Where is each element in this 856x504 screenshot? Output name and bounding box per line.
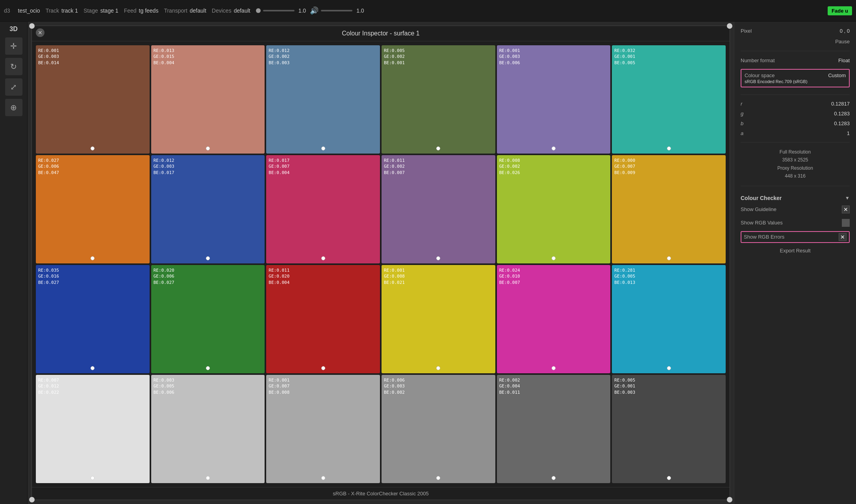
color-cell-19[interactable]: RE:0.003 GE:0.005 BE:0.006: [151, 375, 265, 483]
topbar: d3 test_ocio Track track 1 Stage stage 1…: [0, 0, 856, 22]
color-cell-12[interactable]: RE:0.035 GE:0.016 BE:0.027: [36, 265, 150, 373]
color-cell-10[interactable]: RE:0.008 GE:0.002 BE:0.026: [497, 155, 611, 263]
color-cell-dot-15: [436, 366, 440, 370]
color-cell-dot-6: [91, 256, 94, 260]
show-rgb-errors-label: Show RGB Errors: [744, 234, 784, 240]
resize-handle-tr[interactable]: [727, 23, 732, 29]
color-cell-dot-18: [91, 476, 94, 480]
rgb-errors-check-icon: ✕: [840, 234, 845, 240]
globe-tool-button[interactable]: ⊕: [5, 99, 22, 116]
divider-2: [741, 94, 850, 95]
color-cell-13[interactable]: RE:0.020 GE:0.006 BE:0.027: [151, 265, 265, 373]
divider-1: [741, 51, 850, 51]
feed-label: Feed: [124, 7, 137, 14]
color-cell-text-3: RE:0.005 GE:0.002 BE:0.001: [384, 48, 493, 66]
pixel-y: 0: [847, 28, 850, 34]
pixel-sep: ,: [844, 28, 846, 34]
resize-handle-bl[interactable]: [29, 497, 35, 502]
colour-space-box: Colour space Custom sRGB Encoded Rec.709…: [741, 69, 850, 87]
r-row: r 0.12817: [741, 100, 850, 107]
color-cell-1[interactable]: RE:0.013 GE:0.015 BE:0.004: [151, 45, 265, 154]
pixel-label: Pixel: [741, 28, 752, 34]
vol-slider[interactable]: [263, 10, 295, 11]
color-cell-text-10: RE:0.008 GE:0.002 BE:0.026: [499, 158, 608, 176]
left-toolbar: 3D ✛ ↻ ⤢ ⊕: [0, 22, 28, 504]
colour-checker-arrow[interactable]: ▼: [845, 195, 850, 201]
color-cell-dot-23: [667, 476, 671, 480]
a-value: 1: [847, 130, 850, 136]
fade-button[interactable]: Fade u: [828, 6, 852, 15]
color-cell-14[interactable]: RE:0.011 GE:0.020 BE:0.004: [266, 265, 380, 373]
move-tool-button[interactable]: ✛: [5, 37, 22, 55]
r-value: 0.12817: [831, 101, 850, 107]
color-cell-text-21: RE:0.006 GE:0.003 BE:0.002: [384, 377, 493, 395]
resolution-block: Full Resolution 3583 x 2525 Proxy Resolu…: [741, 148, 850, 180]
bright-num: 1.0: [356, 7, 364, 14]
3d-label: 3D: [9, 26, 17, 33]
color-cell-22[interactable]: RE:0.002 GE:0.004 BE:0.011: [497, 375, 611, 483]
color-cell-dot-8: [321, 256, 325, 260]
bright-slider[interactable]: [321, 10, 352, 11]
resize-handle-br[interactable]: [727, 497, 732, 502]
color-cell-dot-11: [667, 256, 671, 260]
color-cell-text-8: RE:0.017 GE:0.007 BE:0.004: [269, 158, 378, 176]
move-icon: ✛: [10, 41, 17, 51]
color-cell-4[interactable]: RE:0.001 GE:0.003 BE:0.006: [497, 45, 611, 154]
devices-value: default: [234, 7, 250, 14]
color-cell-0[interactable]: RE:0.001 GE:0.003 BE:0.014: [36, 45, 150, 154]
color-cell-text-22: RE:0.002 GE:0.004 BE:0.011: [499, 377, 608, 395]
show-rgb-errors-checkbox[interactable]: ✕: [839, 233, 847, 241]
expand-icon: ⤢: [10, 82, 17, 92]
color-cell-9[interactable]: RE:0.011 GE:0.002 BE:0.007: [382, 155, 495, 263]
track-value: track 1: [61, 7, 78, 14]
color-cell-dot-1: [206, 146, 210, 150]
color-cell-text-19: RE:0.003 GE:0.005 BE:0.006: [154, 377, 263, 395]
divider-3: [741, 142, 850, 143]
divider-4: [741, 186, 850, 186]
color-cell-15[interactable]: RE:0.001 GE:0.008 BE:0.021: [382, 265, 495, 373]
expand-tool-button[interactable]: ⤢: [5, 78, 22, 96]
color-cell-dot-21: [436, 476, 440, 480]
number-format-label: Number format: [741, 57, 775, 63]
pause-button[interactable]: Pause: [835, 39, 850, 44]
color-cell-23[interactable]: RE:0.005 GE:0.001 BE:0.003: [612, 375, 726, 483]
color-cell-dot-2: [321, 146, 325, 150]
bottom-label: sRGB - X-Rite ColorChecker Classic 2005: [32, 487, 730, 500]
color-cell-7[interactable]: RE:0.012 GE:0.003 BE:0.017: [151, 155, 265, 263]
inspector-title: Colour Inspector - surface 1: [32, 26, 730, 41]
show-rgb-values-label: Show RGB Values: [741, 220, 783, 226]
color-cell-6[interactable]: RE:0.027 GE:0.006 BE:0.047: [36, 155, 150, 263]
color-cell-16[interactable]: RE:0.024 GE:0.010 BE:0.007: [497, 265, 611, 373]
color-cell-text-7: RE:0.012 GE:0.003 BE:0.017: [154, 158, 263, 176]
pixel-x: 0: [840, 28, 843, 34]
color-cell-21[interactable]: RE:0.006 GE:0.003 BE:0.002: [382, 375, 495, 483]
color-cell-text-18: RE:0.007 GE:0.012 BE:0.022: [38, 377, 147, 395]
color-cell-3[interactable]: RE:0.005 GE:0.002 BE:0.001: [382, 45, 495, 154]
rotate-tool-button[interactable]: ↻: [5, 58, 22, 75]
color-cell-2[interactable]: RE:0.012 GE:0.002 BE:0.003: [266, 45, 380, 154]
color-cell-dot-0: [91, 146, 94, 150]
show-guideline-label: Show Guideline: [741, 206, 776, 212]
b-value: 0.1283: [834, 120, 850, 126]
close-button[interactable]: ✕: [36, 28, 44, 37]
color-cell-17[interactable]: RE:0.281 GE:0.005 BE:0.013: [612, 265, 726, 373]
colour-checker-title: Colour Checker: [741, 195, 782, 201]
color-cell-dot-7: [206, 256, 210, 260]
color-cell-11[interactable]: RE:0.000 GE:0.007 BE:0.009: [612, 155, 726, 263]
resize-handle-tl[interactable]: [29, 23, 35, 29]
color-cell-5[interactable]: RE:0.032 GE:0.001 BE:0.005: [612, 45, 726, 154]
show-guideline-checkbox[interactable]: ✕: [842, 206, 850, 213]
d3-label: d3: [4, 7, 10, 14]
colour-checker-header: Colour Checker ▼: [741, 195, 850, 201]
b-row: b 0.1283: [741, 120, 850, 127]
colour-space-label: Colour space: [745, 72, 775, 78]
show-rgb-values-checkbox[interactable]: [842, 219, 850, 227]
color-cell-text-15: RE:0.001 GE:0.008 BE:0.021: [384, 267, 493, 285]
color-cell-8[interactable]: RE:0.017 GE:0.007 BE:0.004: [266, 155, 380, 263]
check-icon: ✕: [843, 206, 848, 213]
color-cell-20[interactable]: RE:0.001 GE:0.007 BE:0.008: [266, 375, 380, 483]
color-cell-18[interactable]: RE:0.007 GE:0.012 BE:0.022: [36, 375, 150, 483]
export-result-button[interactable]: Export Result: [741, 246, 850, 255]
status-dot: [256, 8, 261, 13]
colour-space-sub: sRGB Encoded Rec.709 (sRGB): [745, 79, 808, 84]
